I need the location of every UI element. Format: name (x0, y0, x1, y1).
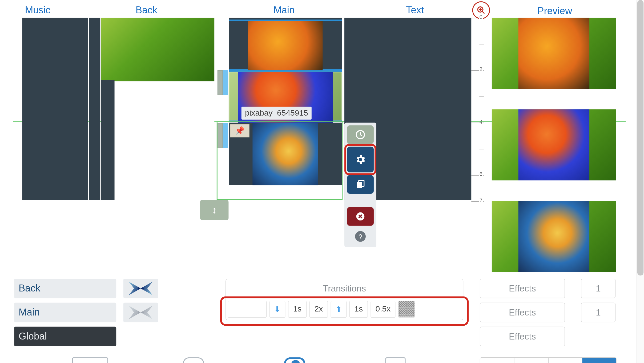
preview-thumb-3[interactable] (492, 201, 616, 272)
col-header-back[interactable]: Back (75, 5, 218, 16)
col-header-preview[interactable]: Preview (524, 5, 586, 17)
transition-in-type[interactable] (228, 301, 267, 317)
transition-noise[interactable] (398, 301, 415, 317)
svg-rect-5 (357, 182, 362, 188)
delete-button[interactable] (347, 207, 374, 226)
clip-drag-handle[interactable] (218, 123, 223, 148)
transition-in-speed[interactable]: 2x (309, 301, 328, 317)
effects-count-2[interactable]: 1 (581, 303, 615, 322)
back-clip-empty[interactable] (101, 81, 215, 200)
delete-icon (356, 212, 365, 222)
duplicate-button[interactable] (347, 175, 374, 194)
layer-button-main[interactable]: Main (14, 303, 116, 322)
transition-out-duration[interactable]: 1s (349, 301, 368, 317)
transition-tail (418, 301, 458, 317)
transitions-row: ⬇ 1s 2x ⬆ 1s 0.5x (226, 298, 463, 320)
layer-button-back[interactable]: Back (14, 279, 116, 298)
preview-column (492, 18, 616, 293)
transition-in-arrow-down[interactable]: ⬇ (269, 301, 285, 317)
pin-button[interactable]: 📌 (230, 124, 249, 137)
timeline-column-headers: Music Back Main Text (0, 5, 479, 16)
ruler-tick-7: 7 (479, 197, 483, 203)
main-clip-3-thumb (252, 123, 318, 185)
ruler-tick-6: 6 (479, 171, 483, 177)
transition-in-duration[interactable]: 1s (288, 301, 307, 317)
clip-drag-handle[interactable] (218, 70, 223, 95)
effects-button-1[interactable]: Effects (480, 279, 565, 298)
music-track-bg-2[interactable] (89, 18, 100, 200)
help-button[interactable]: ? (347, 228, 374, 244)
effects-column: Effects 1 Effects 1 Effects (480, 279, 617, 351)
arrow-up-icon: ⬆ (335, 304, 342, 314)
bottom-input-partial-2[interactable] (385, 357, 406, 363)
pin-icon: 📌 (235, 126, 245, 136)
bottom-toggle-partial-2[interactable] (284, 357, 305, 363)
music-track-bg[interactable] (22, 18, 88, 200)
bottom-input-partial-1[interactable] (72, 357, 108, 363)
main-clip-2[interactable]: pixabay_6545915 (218, 70, 342, 122)
bottom-segmented-partial[interactable] (480, 357, 617, 363)
timing-button[interactable] (347, 125, 374, 144)
col-header-music[interactable]: Music (0, 5, 75, 16)
clip-action-menu: ? (344, 123, 376, 247)
col-header-main[interactable]: Main (218, 5, 351, 16)
ruler-tick-2: 2 (479, 66, 483, 72)
arrow-down-icon: ⬇ (274, 304, 281, 314)
copy-icon (356, 180, 365, 190)
transitions-header[interactable]: Transitions (226, 279, 463, 298)
main-clip-3-extend[interactable] (229, 185, 342, 199)
time-ruler: 0 2 4 6 7 (471, 18, 484, 204)
vertical-scrollbar[interactable] (636, 0, 644, 363)
back-clip-leaf[interactable] (101, 18, 215, 81)
butterfly-icon (127, 305, 154, 320)
layer-thumb-back[interactable] (123, 279, 158, 298)
gear-icon (355, 154, 366, 165)
scrollbar-thumb[interactable] (637, 0, 643, 275)
clip-tooltip: pixabay_6545915 (241, 107, 312, 120)
effects-button-3[interactable]: Effects (480, 327, 565, 346)
ruler-tick-0: 0 (479, 14, 483, 20)
transitions-panel: Transitions ⬇ 1s 2x ⬆ 1s 0.5x (226, 279, 463, 321)
effects-button-2[interactable]: Effects (480, 303, 565, 322)
bottom-toggle-partial-1[interactable] (183, 357, 204, 363)
preview-thumb-1[interactable] (492, 18, 616, 89)
main-clip-1[interactable] (229, 19, 342, 70)
main-clip-1-thumb (248, 21, 323, 72)
clip-transition-bar[interactable] (223, 70, 228, 95)
resize-vertical-icon: ↕ (212, 204, 217, 216)
preview-thumb-img (518, 18, 589, 89)
layer-button-list: Back Main Global (14, 279, 160, 351)
layer-thumb-main[interactable] (123, 303, 158, 322)
butterfly-icon (127, 281, 154, 296)
effects-count-1[interactable]: 1 (581, 279, 615, 298)
preview-thumb-img (518, 109, 589, 180)
col-header-text[interactable]: Text (351, 5, 479, 16)
transition-out-speed[interactable]: 0.5x (371, 301, 395, 317)
main-clip-3-selected[interactable]: 📌 (217, 121, 343, 200)
help-icon: ? (355, 231, 366, 242)
clip-transition-bar[interactable] (223, 123, 228, 148)
preview-thumb-2[interactable] (492, 109, 616, 180)
back-track-margin (101, 80, 115, 200)
preview-thumb-img (518, 201, 589, 272)
clip-resize-handle[interactable]: ↕ (200, 200, 229, 220)
clock-icon (356, 130, 365, 140)
layer-button-global[interactable]: Global (14, 327, 116, 346)
svg-line-1 (482, 11, 484, 13)
zoom-in-icon (477, 6, 485, 15)
settings-button[interactable] (347, 147, 374, 172)
transition-out-arrow-up[interactable]: ⬆ (331, 301, 347, 317)
